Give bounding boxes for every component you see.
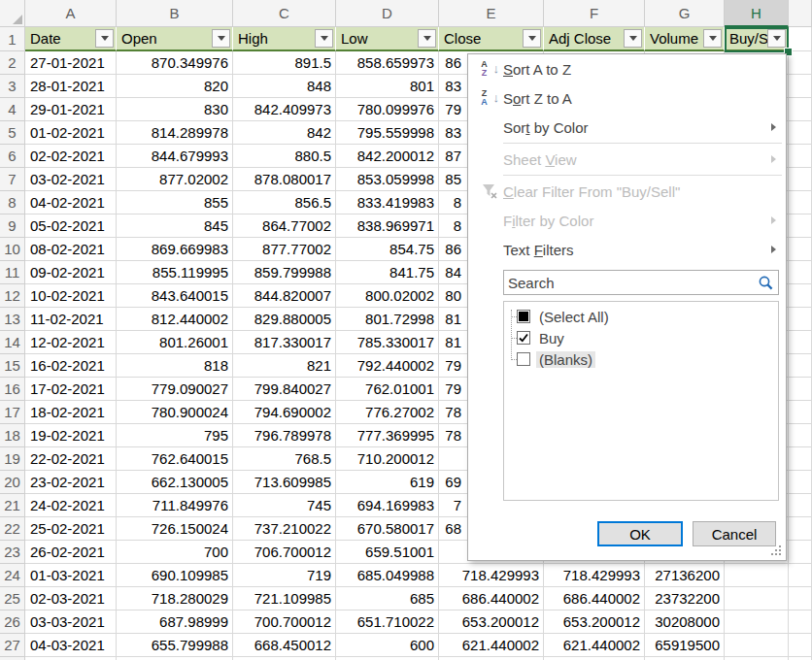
- cell-I15[interactable]: [789, 354, 812, 378]
- cell-B18[interactable]: 795: [117, 424, 233, 447]
- menu-item-sort-z-to-a[interactable]: ZA↓Sort Z to A: [468, 83, 786, 113]
- cell-C2[interactable]: 891.5: [233, 51, 336, 75]
- cell-D2[interactable]: 858.659973: [336, 51, 439, 75]
- header-cell-buy-s[interactable]: Buy/S: [725, 27, 789, 51]
- row-header-21[interactable]: 21: [0, 494, 25, 517]
- cell-I8[interactable]: [789, 191, 812, 214]
- cell-I27[interactable]: [789, 634, 812, 657]
- resize-grip[interactable]: [771, 545, 783, 557]
- header-cell-high[interactable]: High: [233, 27, 336, 51]
- cell-I25[interactable]: [789, 587, 812, 610]
- cell-I14[interactable]: [789, 331, 812, 354]
- filter-button-adj-close[interactable]: [624, 29, 642, 48]
- cell-A24[interactable]: 01-03-2021: [25, 564, 117, 587]
- filter-button-volume[interactable]: [703, 29, 722, 48]
- cell-C8[interactable]: 856.5: [233, 191, 336, 214]
- cell-B24[interactable]: 690.109985: [117, 564, 233, 587]
- cell-A2[interactable]: 27-01-2021: [25, 51, 117, 75]
- cell-I3[interactable]: [789, 75, 812, 98]
- ok-button[interactable]: OK: [597, 521, 683, 546]
- cell-D11[interactable]: 841.75: [336, 261, 439, 284]
- cell-A4[interactable]: 29-01-2021: [25, 98, 117, 121]
- cell-H24[interactable]: [725, 564, 789, 587]
- row-header-4[interactable]: 4: [0, 98, 25, 121]
- cell-I20[interactable]: [789, 471, 812, 494]
- cell-H25[interactable]: [725, 587, 789, 610]
- cell-B19[interactable]: 762.640015: [117, 447, 233, 471]
- cell-A22[interactable]: 25-02-2021: [25, 517, 117, 541]
- cell-D19[interactable]: 710.200012: [336, 447, 439, 471]
- cell-D25[interactable]: 685: [336, 587, 439, 610]
- cell-D7[interactable]: 853.059998: [336, 168, 439, 191]
- row-header-11[interactable]: 11: [0, 261, 25, 284]
- cell-C21[interactable]: 745: [233, 494, 336, 517]
- cell-C26[interactable]: 700.700012: [233, 610, 336, 634]
- cell-B20[interactable]: 662.130005: [117, 471, 233, 494]
- cell-C5[interactable]: 842: [233, 121, 336, 145]
- cell-A13[interactable]: 11-02-2021: [25, 308, 117, 331]
- cell-C9[interactable]: 864.77002: [233, 214, 336, 238]
- row-header-17[interactable]: 17: [0, 401, 25, 424]
- cell-A20[interactable]: 23-02-2021: [25, 471, 117, 494]
- cell-A25[interactable]: 02-03-2021: [25, 587, 117, 610]
- cell-G26[interactable]: 30208000: [645, 610, 725, 634]
- cell-D17[interactable]: 776.27002: [336, 401, 439, 424]
- cell-D15[interactable]: 792.440002: [336, 354, 439, 378]
- cell-I22[interactable]: [789, 517, 812, 541]
- cell-B10[interactable]: 869.669983: [117, 238, 233, 261]
- row-header-2[interactable]: 2: [0, 51, 25, 75]
- cell-B14[interactable]: 801.26001: [117, 331, 233, 354]
- cell-B23[interactable]: 700: [117, 541, 233, 564]
- cell-C7[interactable]: 878.080017: [233, 168, 336, 191]
- column-header-B[interactable]: B: [117, 0, 233, 27]
- column-header-A[interactable]: A: [25, 0, 117, 27]
- cell-D10[interactable]: 854.75: [336, 238, 439, 261]
- column-header-G[interactable]: G: [645, 0, 725, 27]
- row-header-9[interactable]: 9: [0, 214, 25, 238]
- row-header-18[interactable]: 18: [0, 424, 25, 447]
- cell-C11[interactable]: 859.799988: [233, 261, 336, 284]
- row-header-26[interactable]: 26: [0, 610, 25, 634]
- cell-B13[interactable]: 812.440002: [117, 308, 233, 331]
- menu-item-sort-by-color[interactable]: Sort by Color: [468, 113, 786, 142]
- column-header-F[interactable]: F: [544, 0, 645, 27]
- cell-A7[interactable]: 03-02-2021: [25, 168, 117, 191]
- cell-D13[interactable]: 801.72998: [336, 308, 439, 331]
- cell-B15[interactable]: 818: [117, 354, 233, 378]
- cell-A6[interactable]: 02-02-2021: [25, 145, 117, 168]
- filter-button-buy-s[interactable]: [767, 29, 786, 48]
- cell-I17[interactable]: [789, 401, 812, 424]
- cell-D8[interactable]: 833.419983: [336, 191, 439, 214]
- cell-I21[interactable]: [789, 494, 812, 517]
- cell-A26[interactable]: 03-03-2021: [25, 610, 117, 634]
- header-cell-low[interactable]: Low: [336, 27, 439, 51]
- cell-B2[interactable]: 870.349976: [117, 51, 233, 75]
- cell-I4[interactable]: [789, 98, 812, 121]
- cell-I18[interactable]: [789, 424, 812, 447]
- cell-I23[interactable]: [789, 541, 812, 564]
- row-header-16[interactable]: 16: [0, 378, 25, 401]
- cell-F27[interactable]: 621.440002: [544, 634, 645, 657]
- cell-C20[interactable]: 713.609985: [233, 471, 336, 494]
- cell-C25[interactable]: 721.109985: [233, 587, 336, 610]
- cell-A19[interactable]: 22-02-2021: [25, 447, 117, 471]
- cell-A5[interactable]: 01-02-2021: [25, 121, 117, 145]
- cell-B4[interactable]: 830: [117, 98, 233, 121]
- cell-B6[interactable]: 844.679993: [117, 145, 233, 168]
- cell-C4[interactable]: 842.409973: [233, 98, 336, 121]
- cell-D18[interactable]: 777.369995: [336, 424, 439, 447]
- header-cell-open[interactable]: Open: [117, 27, 233, 51]
- cell-A10[interactable]: 08-02-2021: [25, 238, 117, 261]
- cell-C10[interactable]: 877.77002: [233, 238, 336, 261]
- cell-A8[interactable]: 04-02-2021: [25, 191, 117, 214]
- row-header-5[interactable]: 5: [0, 121, 25, 145]
- row-header-27[interactable]: 27: [0, 634, 25, 657]
- filter-button-open[interactable]: [212, 29, 230, 48]
- cell-B25[interactable]: 718.280029: [117, 587, 233, 610]
- row-header-1[interactable]: 1: [0, 27, 25, 51]
- cell-C12[interactable]: 844.820007: [233, 284, 336, 308]
- cell-F24[interactable]: 718.429993: [544, 564, 645, 587]
- cell-B17[interactable]: 780.900024: [117, 401, 233, 424]
- filter-option-buy[interactable]: Buy: [511, 327, 778, 348]
- cell-B21[interactable]: 711.849976: [117, 494, 233, 517]
